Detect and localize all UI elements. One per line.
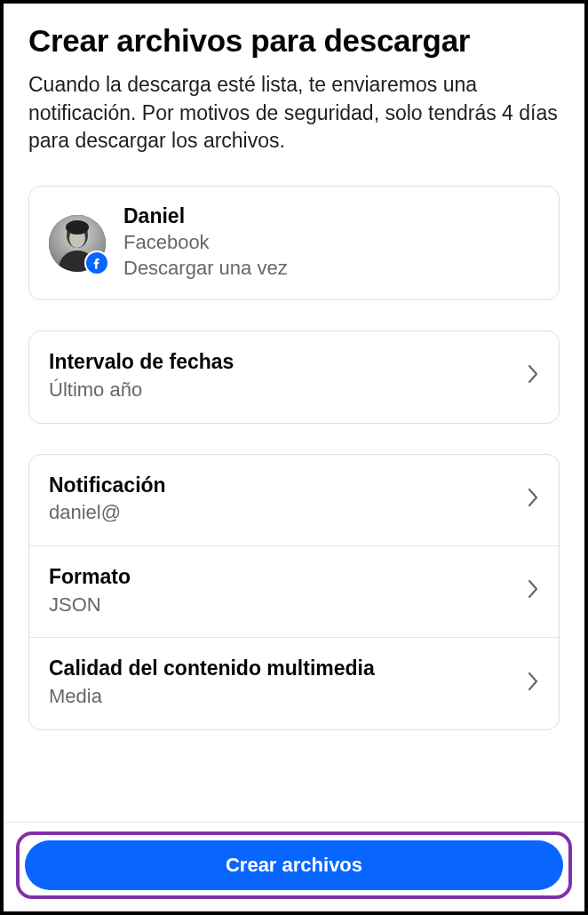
- page-title: Crear archivos para descargar: [28, 23, 560, 59]
- chevron-right-icon: [527, 488, 539, 511]
- chevron-right-icon: [527, 579, 539, 602]
- chevron-right-icon: [527, 672, 539, 695]
- date-range-row[interactable]: Intervalo de fechas Último año: [29, 331, 559, 422]
- highlight-frame: Crear archivos: [16, 831, 572, 899]
- notification-value: daniel@: [49, 499, 166, 526]
- account-card: Daniel Facebook Descargar una vez: [28, 186, 560, 300]
- account-mode: Descargar una vez: [123, 255, 288, 282]
- format-value: JSON: [49, 592, 131, 618]
- facebook-badge-icon: [84, 251, 109, 275]
- date-range-label: Intervalo de fechas: [49, 349, 234, 375]
- account-row: Daniel Facebook Descargar una vez: [29, 187, 559, 299]
- chevron-right-icon: [527, 364, 539, 387]
- date-range-value: Último año: [49, 377, 234, 403]
- format-label: Formato: [49, 564, 131, 590]
- media-quality-value: Media: [49, 683, 375, 710]
- page-description: Cuando la descarga esté lista, te enviar…: [28, 71, 560, 155]
- footer: Crear archivos: [4, 822, 584, 911]
- media-quality-label: Calidad del contenido multimedia: [49, 656, 375, 681]
- format-row[interactable]: Formato JSON: [29, 545, 559, 637]
- create-files-button[interactable]: Crear archivos: [25, 840, 563, 890]
- date-range-card: Intervalo de fechas Último año: [28, 330, 560, 423]
- avatar: [49, 215, 106, 272]
- settings-card: Notificación daniel@ Formato JSON Calida…: [28, 454, 560, 730]
- account-name: Daniel: [123, 204, 288, 229]
- media-quality-row[interactable]: Calidad del contenido multimedia Media: [29, 637, 559, 728]
- account-platform: Facebook: [123, 229, 288, 256]
- svg-point-3: [66, 220, 89, 235]
- notification-label: Notificación: [49, 473, 166, 498]
- notification-row[interactable]: Notificación daniel@: [29, 455, 559, 545]
